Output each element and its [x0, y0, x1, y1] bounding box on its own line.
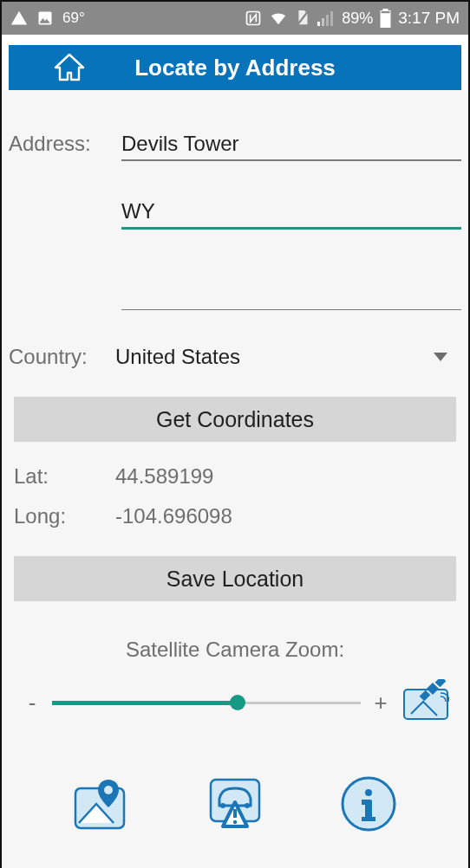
get-coordinates-button[interactable]: Get Coordinates	[14, 397, 456, 442]
country-select[interactable]: United States	[115, 345, 461, 369]
zoom-row: - +	[19, 677, 451, 728]
svg-point-18	[245, 803, 250, 808]
long-row: Long: -104.696098	[14, 504, 461, 528]
zoom-out-button[interactable]: -	[19, 690, 45, 716]
zoom-label: Satellite Camera Zoom:	[9, 638, 461, 662]
app-frame: 69° 89% 3:17 PM Locate by A	[0, 0, 470, 868]
battery-percent: 89%	[342, 10, 373, 28]
svg-rect-9	[382, 11, 390, 13]
content-area: Address: Country: United States Get Coor…	[2, 90, 468, 868]
satellite-icon[interactable]	[401, 677, 451, 728]
zoom-thumb[interactable]	[230, 695, 245, 710]
bottom-icon-grid	[9, 769, 461, 868]
svg-point-15	[104, 786, 113, 794]
address-line2-input[interactable]	[121, 198, 461, 230]
svg-point-17	[220, 803, 225, 808]
clock-time: 3:17 PM	[398, 9, 460, 28]
svg-rect-25	[362, 817, 375, 821]
image-icon	[36, 10, 54, 27]
zoom-slider[interactable]	[52, 690, 361, 716]
lat-row: Lat: 44.589199	[14, 464, 461, 489]
zoom-in-button[interactable]: +	[368, 690, 394, 716]
svg-point-20	[233, 820, 237, 824]
country-row: Country: United States	[9, 345, 461, 369]
address-row-2	[9, 198, 461, 230]
svg-rect-6	[330, 11, 333, 26]
status-right: 89% 3:17 PM	[245, 9, 460, 28]
svg-rect-3	[317, 22, 320, 26]
address-row-1: Address:	[9, 130, 461, 161]
svg-rect-24	[362, 800, 370, 805]
country-value: United States	[115, 345, 240, 369]
svg-rect-5	[326, 15, 329, 26]
temperature: 69°	[62, 10, 85, 27]
lat-value: 44.589199	[115, 464, 213, 489]
app-header: Locate by Address	[9, 45, 461, 90]
long-label: Long:	[14, 504, 115, 528]
svg-rect-7	[383, 9, 388, 10]
status-left: 69°	[10, 10, 85, 27]
traffic-alert-icon[interactable]	[200, 769, 270, 839]
no-sim-icon	[295, 10, 310, 27]
nfc-icon	[245, 10, 262, 27]
info-icon[interactable]	[334, 769, 403, 839]
country-label: Country:	[9, 345, 115, 369]
address-label: Address:	[9, 132, 121, 161]
svg-point-22	[365, 789, 372, 796]
wifi-icon	[269, 10, 288, 26]
svg-rect-4	[322, 18, 324, 26]
address-line3-input[interactable]	[121, 280, 461, 310]
chevron-down-icon	[434, 353, 447, 361]
warning-triangle-icon	[10, 10, 28, 27]
lat-label: Lat:	[14, 464, 115, 489]
cell-signal-icon	[317, 10, 335, 26]
battery-icon	[380, 9, 391, 28]
status-bar: 69° 89% 3:17 PM	[2, 2, 468, 35]
svg-rect-12	[435, 679, 447, 687]
save-location-button[interactable]: Save Location	[14, 556, 456, 601]
home-icon[interactable]	[52, 50, 87, 88]
address-row-3	[9, 280, 461, 310]
long-value: -104.696098	[115, 504, 232, 528]
address-line1-input[interactable]	[121, 130, 461, 161]
map-pin-icon[interactable]	[67, 769, 136, 839]
